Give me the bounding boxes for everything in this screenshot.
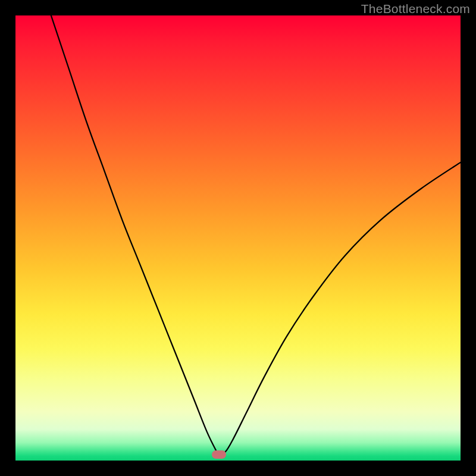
chart-container: TheBottleneck.com — [0, 0, 476, 476]
plot-area — [15, 15, 461, 461]
minimum-marker — [212, 450, 226, 459]
bottleneck-curve — [15, 15, 461, 461]
curve-path — [51, 15, 461, 455]
watermark-text: TheBottleneck.com — [361, 2, 470, 16]
